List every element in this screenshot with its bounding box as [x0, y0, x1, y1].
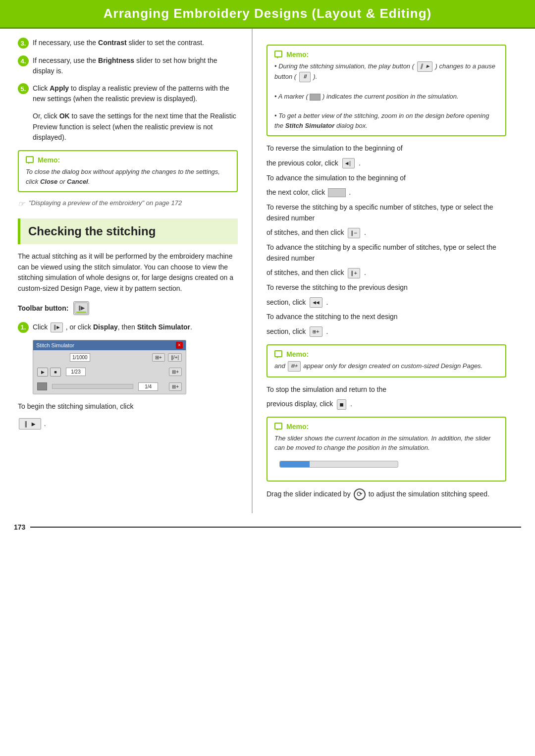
right-para-2b: the next color, click . — [267, 187, 506, 198]
right-para-1-text: To reverse the simulation to the beginni… — [267, 144, 403, 152]
xref-text: "Displaying a preview of the embroidery"… — [29, 199, 182, 207]
right-memo-3-label: Memo: — [286, 423, 309, 431]
right-para-2b-text: the next color, click — [267, 187, 325, 198]
dialog-row-3: 1/4 ⊞+ — [37, 382, 182, 391]
right-memo-title-1: Memo: — [274, 51, 498, 58]
play-btn-line: ∥ ▶ . — [18, 418, 238, 430]
right-memo-1-label: Memo: — [286, 51, 309, 58]
right-para-7b-text: previous display, click — [267, 399, 333, 410]
play-btn-display: ∥ ▶ — [19, 418, 41, 430]
right-memo-icon-2 — [274, 350, 283, 358]
dialog-plus-btn[interactable]: ⊞+ — [152, 353, 165, 362]
dialog-row-1: 1/1000 ⊞+ ∥/+| — [37, 353, 182, 362]
right-para-5-text: To reverse the stitching to the previous… — [267, 283, 408, 291]
prev-section-btn: ◀◀ — [310, 297, 322, 308]
footer-line-container: 173 — [14, 523, 521, 531]
right-memo-title-3: Memo: — [274, 423, 498, 431]
prev-color-btn: ◀| — [342, 158, 355, 168]
pause-icon-inline: ⏸ — [299, 72, 311, 82]
right-memo-3-body: The slider shows the current location in… — [274, 433, 498, 453]
toolbar-stitch-icon: ∥▶ — [74, 302, 88, 314]
play-btn-period: . — [44, 420, 46, 428]
dialog-playbar: ▶ ■ — [37, 368, 61, 377]
right-memo-icon-1 — [274, 51, 283, 58]
memo-1-close: Close — [40, 178, 57, 185]
right-para-7-text: To stop the simulation and return to the — [267, 385, 386, 393]
right-para-1: To reverse the simulation to the beginni… — [267, 143, 506, 154]
dialog-grid-btn2[interactable]: ⊞+ — [169, 382, 182, 391]
right-para-7: To stop the simulation and return to the — [267, 384, 506, 395]
dialog-progress — [52, 384, 133, 389]
stop-btn[interactable]: ■ — [50, 368, 61, 377]
page-body: 3. If necessary, use the Contrast slider… — [0, 29, 535, 513]
step-3-text-before: If necessary, use the — [33, 39, 98, 47]
substep-1-click: Click — [33, 323, 50, 331]
right-memo-2-label: Memo: — [286, 350, 309, 358]
memo-1-label: Memo: — [38, 156, 60, 164]
svg-text:∥▶: ∥▶ — [78, 305, 85, 311]
right-para-5b-text: section, click — [267, 297, 306, 308]
dialog-screenshot: Stitch Simulator × 1/1000 ⊞+ ∥/+| ▶ ■ 1/… — [33, 340, 186, 394]
right-para-4b: of stitches, and then click ∥+ . — [267, 268, 506, 278]
right-memo-title-2: Memo: — [274, 350, 498, 358]
slider-fill — [280, 461, 310, 467]
next-section-btn: ⊞+ — [310, 326, 322, 337]
left-column: 3. If necessary, use the Contrast slider… — [0, 29, 253, 513]
svg-rect-0 — [26, 157, 33, 162]
right-para-5b-period: . — [326, 297, 328, 308]
right-para-2-text: To advance the simulation to the beginni… — [267, 174, 406, 182]
next-color-btn — [328, 188, 346, 197]
step-3-text-after: slider to set the contrast. — [127, 39, 204, 47]
step-3-number: 3. — [18, 38, 29, 49]
page-header: Arranging Embroidery Designs (Layout & E… — [0, 0, 535, 29]
step-5b-text: Or, click OK to save the settings for th… — [33, 111, 238, 143]
dialog-grid-btn[interactable]: ⊞+ — [169, 368, 182, 376]
begin-sim-text: To begin the stitching simulation, click — [18, 401, 238, 412]
right-para-7b-period: . — [350, 399, 352, 410]
step-4-number: 4. — [18, 55, 29, 66]
right-para-6-text: To advance the stitching to the next des… — [267, 313, 398, 321]
dialog-slash-btn[interactable]: ∥/+| — [168, 353, 182, 362]
step-5: 5. Click Apply to display a realistic pr… — [18, 83, 238, 104]
right-memo-bullet1c: ). — [312, 73, 318, 80]
right-memo-2-text1: and — [274, 362, 287, 370]
step-4-bold: Brightness — [98, 56, 134, 64]
begin-sim-label: To begin the stitching simulation, click — [18, 402, 133, 410]
right-para-6: To advance the stitching to the next des… — [267, 312, 506, 323]
memo-box-1: Memo: To close the dialog box without ap… — [18, 150, 238, 192]
right-para-3b-text: of stitches, and then click — [267, 227, 344, 238]
xref-note: ☞ "Displaying a preview of the embroider… — [18, 199, 238, 209]
dialog-body: 1/1000 ⊞+ ∥/+| ▶ ■ 1/23 ⊞+ — [33, 350, 186, 394]
memo-icon-1 — [26, 156, 35, 164]
memo-title-1: Memo: — [26, 156, 230, 164]
back-stitches-btn: ∥− — [348, 228, 360, 238]
stop-sim-btn: ■ — [337, 399, 346, 410]
right-column: Memo: • During the stitching simulation,… — [253, 29, 520, 513]
right-para-4b-text: of stitches, and then click — [267, 268, 344, 278]
slider-track — [279, 461, 398, 468]
slider-bar-container — [274, 458, 498, 471]
toolbar-btn-icon: ∥▶ — [73, 301, 89, 315]
right-memo-bullet2: • A marker ( — [274, 93, 310, 100]
right-memo-2-grid: ⊞+ — [288, 361, 300, 372]
dialog-close-btn[interactable]: × — [176, 342, 183, 349]
drag-text-1: Drag the slider indicated by — [267, 489, 351, 500]
right-para-3-text: To reverse the stitching by a specific n… — [267, 203, 493, 222]
play-btn[interactable]: ▶ — [37, 368, 48, 377]
dialog-row-2: ▶ ■ 1/23 ⊞+ — [37, 368, 182, 377]
marker-icon-inline — [310, 94, 321, 101]
substep-1-number: 1. — [18, 322, 29, 333]
substep-1-display: Display — [93, 323, 118, 331]
step-4: 4. If necessary, use the Brightness slid… — [18, 55, 238, 76]
right-memo-bullet2b: ) indicates the current position in the … — [321, 93, 458, 100]
svg-rect-4 — [275, 51, 282, 57]
right-para-4: To advance the stitching by a specific n… — [267, 242, 506, 264]
page-footer-area: 173 — [0, 523, 535, 531]
play-icon-inline: ∥ ▶ — [417, 61, 432, 72]
right-para-4b-period: . — [364, 268, 366, 278]
right-para-5b: section, click ◀◀ . — [267, 297, 506, 308]
right-para-5: To reverse the stitching to the previous… — [267, 282, 506, 293]
right-memo-1-body: • During the stitching simulation, the p… — [274, 61, 498, 130]
step-3-bold: Contrast — [98, 39, 127, 47]
svg-rect-5 — [275, 351, 282, 357]
